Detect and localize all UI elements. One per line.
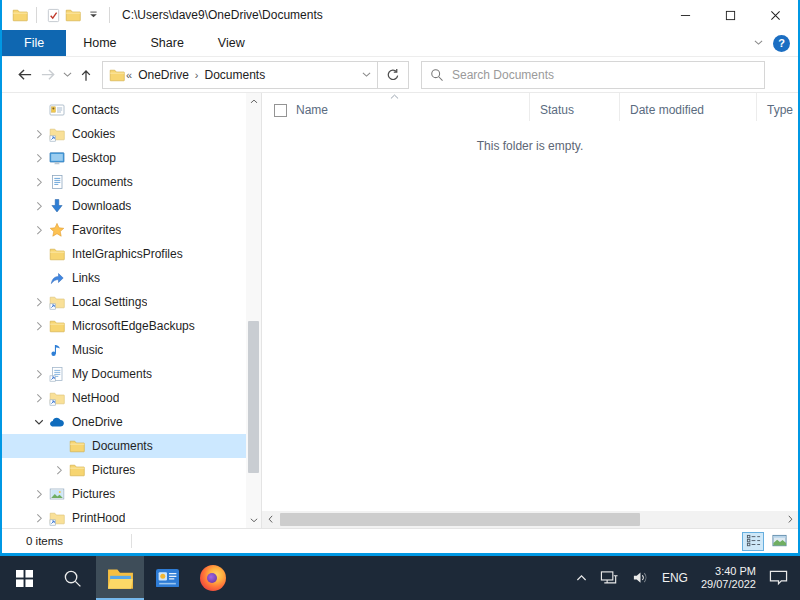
folder-icon xyxy=(68,462,86,478)
recent-locations-chevron-icon[interactable] xyxy=(60,62,74,88)
back-button[interactable] xyxy=(12,62,36,88)
chevron-right-icon[interactable] xyxy=(30,513,48,524)
column-header-date-modified[interactable]: Date modified xyxy=(620,93,757,121)
ribbon-expand-chevron-icon[interactable] xyxy=(754,40,763,45)
up-button[interactable] xyxy=(74,62,98,88)
minimize-button[interactable] xyxy=(663,0,708,30)
chevron-right-icon[interactable] xyxy=(30,153,48,164)
scrollbar-track[interactable] xyxy=(278,511,782,528)
column-header-type[interactable]: Type xyxy=(757,93,798,121)
pictures-icon xyxy=(48,486,66,502)
breadcrumb-folder-icon xyxy=(109,67,125,83)
properties-check-icon[interactable] xyxy=(43,4,63,26)
chevron-down-icon[interactable] xyxy=(30,419,48,426)
scroll-right-icon[interactable] xyxy=(782,511,798,528)
chevron-right-icon[interactable] xyxy=(30,201,48,212)
breadcrumb-segment-documents[interactable]: Documents xyxy=(204,68,265,82)
horizontal-scrollbar-thumb[interactable] xyxy=(280,513,640,526)
tab-file[interactable]: File xyxy=(2,30,66,56)
status-bar: 0 items xyxy=(2,528,798,553)
scroll-left-icon[interactable] xyxy=(262,511,278,528)
address-bar[interactable]: « OneDrive › Documents xyxy=(102,61,378,89)
chevron-right-icon[interactable] xyxy=(30,225,48,236)
taskbar-firefox-button[interactable] xyxy=(190,556,236,600)
taskbar-file-explorer-button[interactable] xyxy=(96,556,144,600)
tree-item-pictures[interactable]: Pictures xyxy=(2,458,246,482)
address-dropdown-chevron-icon[interactable] xyxy=(362,72,371,77)
tree-item-printhood[interactable]: PrintHood xyxy=(2,506,246,528)
quick-access-dropdown-icon[interactable] xyxy=(83,4,103,26)
column-header-label: Type xyxy=(767,103,793,117)
search-input[interactable] xyxy=(452,68,756,82)
titlebar-separator xyxy=(109,7,110,23)
start-button[interactable] xyxy=(0,556,48,600)
taskbar-app-button[interactable] xyxy=(144,556,190,600)
taskbar-search-button[interactable] xyxy=(48,556,96,600)
tree-item-links[interactable]: Links xyxy=(2,266,246,290)
tray-show-hidden-icons-chevron[interactable] xyxy=(576,574,587,581)
refresh-button[interactable] xyxy=(378,61,409,89)
forward-button[interactable] xyxy=(36,62,60,88)
onedrive-icon xyxy=(48,414,66,430)
scrollbar-thumb[interactable] xyxy=(248,321,259,473)
column-header-status[interactable]: Status xyxy=(530,93,620,121)
chevron-right-icon[interactable] xyxy=(30,369,48,380)
tree-item-onedrive[interactable]: OneDrive xyxy=(2,410,246,434)
close-button[interactable] xyxy=(753,0,798,30)
column-header-label: Status xyxy=(540,103,574,117)
documents-shortcut-icon xyxy=(48,366,66,382)
maximize-button[interactable] xyxy=(708,0,753,30)
status-divider xyxy=(131,534,132,548)
chevron-right-icon[interactable] xyxy=(30,321,48,332)
select-all-checkbox[interactable] xyxy=(274,104,287,117)
system-tray: ENG 3:40 PM 29/07/2022 xyxy=(576,556,800,600)
column-headers: NameStatusDate modifiedType xyxy=(262,93,798,121)
chevron-right-icon[interactable] xyxy=(30,129,48,140)
language-indicator[interactable]: ENG xyxy=(662,571,688,585)
details-view-button[interactable] xyxy=(742,532,764,551)
tree-item-nethood[interactable]: NetHood xyxy=(2,386,246,410)
folder-icon xyxy=(68,438,86,454)
tree-item-local-settings[interactable]: Local Settings xyxy=(2,290,246,314)
desktop-screen: C:\Users\dave9\OneDrive\Documents FileHo… xyxy=(0,0,800,600)
tree-item-desktop[interactable]: Desktop xyxy=(2,146,246,170)
tree-item-music[interactable]: Music xyxy=(2,338,246,362)
network-icon[interactable] xyxy=(600,570,619,585)
tree-item-cookies[interactable]: Cookies xyxy=(2,122,246,146)
breadcrumb-segment-onedrive[interactable]: OneDrive xyxy=(138,68,189,82)
horizontal-scrollbar[interactable] xyxy=(262,511,798,528)
chevron-right-icon[interactable] xyxy=(50,465,68,476)
chevron-right-icon[interactable] xyxy=(30,297,48,308)
tab-view[interactable]: View xyxy=(201,30,262,56)
tab-share[interactable]: Share xyxy=(134,30,201,56)
chevron-right-icon[interactable] xyxy=(30,489,48,500)
tab-home[interactable]: Home xyxy=(66,30,133,56)
volume-icon[interactable] xyxy=(632,571,649,584)
chevron-right-icon[interactable] xyxy=(30,393,48,404)
tray-time: 3:40 PM xyxy=(701,565,756,578)
tree-item-intelgraphicsprofiles[interactable]: IntelGraphicsProfiles xyxy=(2,242,246,266)
tree-item-documents[interactable]: Documents xyxy=(2,434,246,458)
action-center-icon[interactable] xyxy=(769,570,788,585)
tree-item-documents[interactable]: Documents xyxy=(2,170,246,194)
tree-item-label: Local Settings xyxy=(72,295,147,309)
tree-item-microsoftedgebackups[interactable]: MicrosoftEdgeBackups xyxy=(2,314,246,338)
help-icon[interactable]: ? xyxy=(773,35,790,52)
chevron-right-icon[interactable] xyxy=(30,177,48,188)
tree-item-pictures[interactable]: Pictures xyxy=(2,482,246,506)
large-icons-view-button[interactable] xyxy=(768,532,790,551)
tree-item-favorites[interactable]: Favorites xyxy=(2,218,246,242)
sidebar-scrollbar[interactable] xyxy=(246,93,261,528)
tree-item-my-documents[interactable]: My Documents xyxy=(2,362,246,386)
search-box[interactable] xyxy=(421,61,765,89)
documents-icon xyxy=(48,174,66,190)
new-folder-icon[interactable] xyxy=(63,4,83,26)
tabs-container: FileHomeShareView xyxy=(2,30,262,56)
scroll-down-icon[interactable] xyxy=(246,512,261,528)
tree-item-downloads[interactable]: Downloads xyxy=(2,194,246,218)
column-header-name[interactable]: Name xyxy=(262,93,530,121)
tree-item-contacts[interactable]: Contacts xyxy=(2,98,246,122)
scroll-up-icon[interactable] xyxy=(246,93,261,109)
clock[interactable]: 3:40 PM 29/07/2022 xyxy=(701,565,756,591)
titlebar[interactable]: C:\Users\dave9\OneDrive\Documents xyxy=(2,0,798,30)
